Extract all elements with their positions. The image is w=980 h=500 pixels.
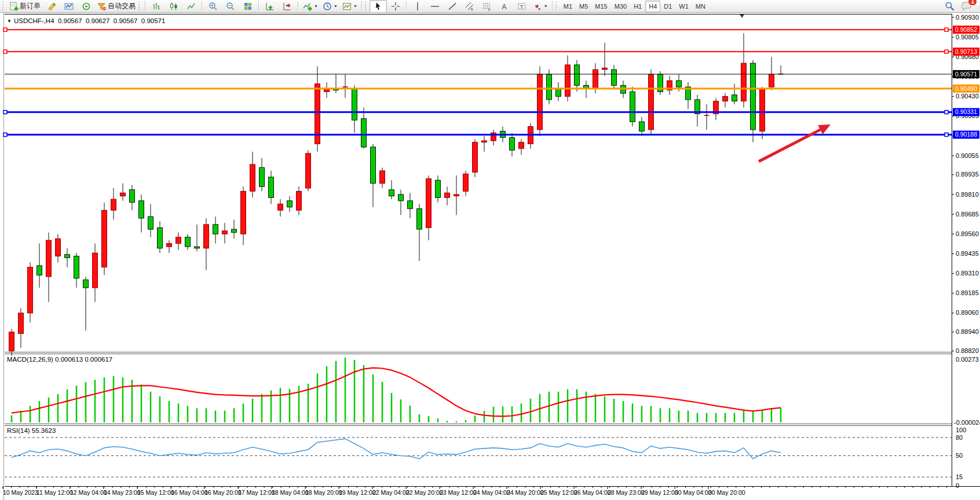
trendline-tool-button[interactable]	[444, 0, 461, 13]
bar-chart-button[interactable]	[148, 0, 165, 13]
clock-icon	[323, 2, 332, 11]
date-label: 17 May 12:00	[238, 489, 275, 496]
candle-body	[547, 74, 552, 100]
date-label: 10 May 2023	[3, 489, 38, 496]
timeframe-mn-button[interactable]: MN	[692, 1, 709, 12]
chart-title: ▼USDCHF-,H4 0.90567 0.90627 0.90567 0.90…	[7, 17, 165, 24]
candle-body	[556, 89, 561, 97]
candle-body	[19, 313, 24, 334]
candle-body	[56, 239, 61, 256]
hline-handle[interactable]	[3, 111, 7, 114]
fibonacci-tool-button[interactable]: F	[478, 0, 496, 13]
indicators-button[interactable]: ▼	[301, 0, 320, 13]
candle-body	[482, 141, 487, 142]
candlestick-chart-button[interactable]	[165, 0, 182, 13]
timeframe-w1-button[interactable]: W1	[675, 1, 692, 12]
chart-shift-button[interactable]	[279, 0, 296, 13]
horizontal-line-tool-button[interactable]	[426, 0, 444, 13]
date-label: 26 May 04:00	[574, 489, 611, 496]
candle-body	[74, 256, 79, 278]
line-chart-button[interactable]	[182, 0, 200, 13]
market-watch-button[interactable]	[60, 0, 78, 13]
svg-text:T: T	[520, 3, 524, 9]
toolbar-grip[interactable]	[138, 2, 141, 10]
hline-handle[interactable]	[3, 133, 7, 137]
candle-body	[510, 138, 515, 150]
trendline-icon	[448, 2, 457, 11]
hline-handle[interactable]	[945, 111, 948, 114]
new-order-button[interactable]: 新订单	[7, 0, 43, 13]
hline-handle[interactable]	[945, 133, 948, 137]
separator	[145, 1, 146, 11]
timeframe-m30-button[interactable]: M30	[611, 1, 630, 12]
brush-tool-button[interactable]	[43, 0, 60, 13]
candle-body	[111, 199, 116, 210]
arrows-icon	[533, 2, 542, 11]
text-label-tool-button[interactable]: T	[513, 0, 531, 13]
arrows-tool-button[interactable]: ▼	[531, 0, 550, 13]
price-tick-label: 0.89935	[956, 171, 979, 178]
cursor-tool-button[interactable]	[370, 0, 387, 13]
toolbar-grip[interactable]	[365, 2, 368, 10]
auto-scroll-icon	[265, 2, 275, 11]
template-button[interactable]: ▼	[340, 0, 360, 13]
signal-button[interactable]	[78, 0, 95, 13]
zoom-out-button[interactable]	[222, 0, 239, 13]
hline-handle[interactable]	[945, 50, 948, 53]
hline-handle[interactable]	[3, 28, 7, 31]
toolbar-grip[interactable]	[555, 2, 558, 10]
chevron-down-icon: ▼	[353, 4, 357, 8]
date-label: 30 May 20:00	[708, 489, 745, 496]
candlestick-chart-icon	[169, 2, 178, 11]
search-button[interactable]	[941, 0, 958, 13]
toolbar-grip[interactable]	[2, 2, 5, 10]
notifications-button[interactable]: 1	[958, 0, 975, 13]
timeframe-m15-button[interactable]: M15	[591, 1, 610, 12]
notification-badge: 1	[968, 0, 977, 6]
crosshair-tool-button[interactable]	[387, 0, 404, 13]
rsi-level-label: 100	[956, 427, 966, 433]
price-tick-label: 0.89560	[956, 230, 979, 237]
timeframes-menu-button[interactable]: ▼	[320, 0, 340, 13]
candle-body	[232, 229, 237, 233]
price-tick-label: 0.89685	[956, 211, 979, 218]
bar-chart-icon	[152, 2, 161, 11]
candle-body	[269, 177, 274, 198]
auto-trading-button[interactable]: 自动交易	[95, 0, 138, 13]
candle-body	[46, 240, 52, 277]
timeframe-h1-button[interactable]: H1	[630, 1, 645, 12]
candle-body	[148, 216, 153, 229]
candle-body	[83, 280, 89, 288]
date-label: 14 May 23:00	[104, 489, 141, 496]
channel-tool-button[interactable]: E	[461, 0, 478, 13]
vertical-line-tool-button[interactable]	[409, 0, 426, 13]
symbol-dropdown-icon[interactable]: ▼	[7, 19, 12, 24]
hline-handle[interactable]	[945, 28, 948, 31]
hline-handle[interactable]	[3, 50, 7, 53]
zoom-in-button[interactable]	[204, 0, 222, 13]
text-tool-button[interactable]: A	[496, 0, 513, 13]
candle-body	[241, 192, 246, 234]
timeframe-h4-button[interactable]: H4	[645, 1, 660, 12]
candle-body	[565, 65, 571, 97]
price-badge-label: 0.90852	[955, 26, 977, 33]
separator	[406, 1, 407, 11]
price-badge-label: 0.90331	[955, 108, 977, 115]
candle-body	[463, 174, 469, 192]
candle-body	[167, 244, 172, 247]
timeframe-d1-button[interactable]: D1	[660, 1, 675, 12]
macd-min-label: -0.000024	[954, 419, 980, 426]
candle-body	[473, 142, 478, 172]
timeframe-m1-button[interactable]: M1	[560, 1, 576, 12]
candle-body	[723, 97, 728, 101]
date-label: 25 May 12:00	[540, 489, 577, 496]
chart-canvas[interactable]: 0.909300.908050.906800.905550.904300.903…	[0, 13, 980, 500]
auto-scroll-button[interactable]	[261, 0, 279, 13]
toolbar: 新订单 自动交易 ▼ ▼ ▼ E F A	[0, 0, 980, 13]
chart-window[interactable]: ▼USDCHF-,H4 0.90567 0.90627 0.90567 0.90…	[0, 13, 980, 500]
tile-windows-button[interactable]	[239, 0, 257, 13]
timeframe-m5-button[interactable]: M5	[576, 1, 591, 12]
date-label: 29 May 12:00	[641, 489, 678, 496]
signal-icon	[82, 2, 91, 11]
candle-body	[389, 190, 394, 196]
